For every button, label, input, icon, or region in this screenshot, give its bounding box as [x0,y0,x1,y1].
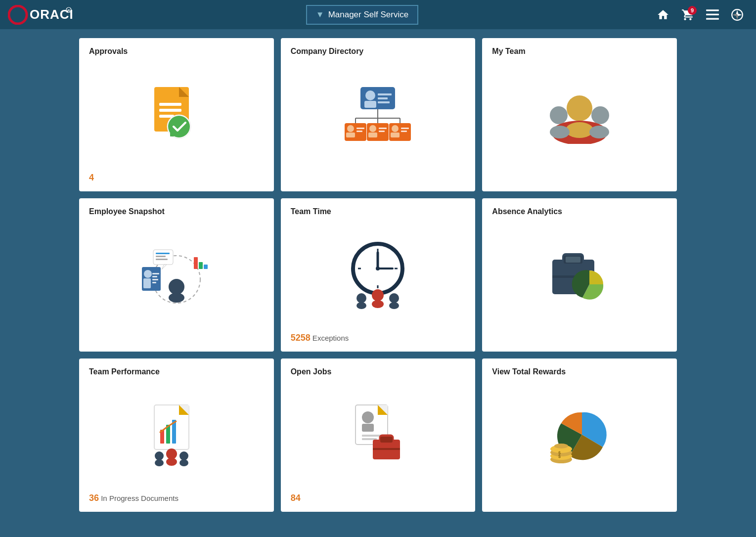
svg-point-101 [155,459,164,466]
tile-absence-analytics-title: Absence Analytics [492,207,667,216]
tile-approvals-footer: 4 [89,173,264,183]
svg-text:ORACLE: ORACLE [30,7,72,22]
svg-marker-72 [162,265,167,269]
svg-rect-26 [378,101,390,103]
svg-rect-37 [367,123,389,141]
tile-employee-snapshot-footer [89,333,264,344]
svg-rect-6 [706,18,719,19]
cart-button[interactable]: 9 [677,4,699,26]
svg-rect-19 [170,133,174,136]
svg-rect-35 [356,128,364,129]
svg-rect-42 [389,123,411,141]
nav-dropdown[interactable]: ▼ Manager Self Service [306,5,418,25]
cart-badge: 9 [688,6,697,15]
tile-absence-analytics[interactable]: Absence Analytics [482,198,677,352]
tiles-grid: Approvals 4 [0,31,756,519]
tile-company-directory-footer [291,173,466,183]
svg-rect-63 [152,279,158,280]
tile-employee-snapshot-title: Employee Snapshot [89,207,264,216]
svg-rect-44 [391,133,400,137]
svg-point-100 [155,451,164,460]
svg-rect-23 [364,101,376,108]
svg-rect-24 [378,93,392,95]
tile-open-jobs-title: Open Jobs [291,367,466,376]
svg-point-33 [347,125,354,132]
tile-team-performance[interactable]: Team Performance [79,358,274,512]
svg-rect-69 [156,253,170,254]
svg-point-59 [144,270,152,278]
svg-rect-71 [156,259,168,260]
svg-rect-20 [175,133,179,136]
header: ORACLE R ▼ Manager Self Service 9 [0,0,756,29]
tile-view-total-rewards-footer [492,493,667,504]
svg-point-102 [166,448,177,459]
svg-point-104 [179,451,188,460]
tile-approvals[interactable]: Approvals 4 [79,38,274,191]
tile-open-jobs[interactable]: Open Jobs 84 [281,358,476,512]
svg-rect-32 [345,123,366,141]
tile-team-performance-title: Team Performance [89,367,264,376]
tile-employee-snapshot[interactable]: Employee Snapshot [79,198,274,352]
svg-rect-39 [368,133,377,137]
tile-view-total-rewards-title: View Total Rewards [492,367,667,376]
svg-rect-116 [373,448,400,450]
svg-point-82 [356,293,366,303]
view-total-rewards-icon: $ $ [492,380,667,489]
svg-rect-25 [378,97,388,99]
svg-rect-61 [152,273,159,274]
tile-my-team[interactable]: My Team [482,38,677,191]
tile-open-jobs-footer: 84 [291,493,466,504]
absence-analytics-icon [492,220,667,329]
tile-company-directory[interactable]: Company Directory [281,38,476,191]
svg-rect-34 [346,133,355,137]
team-performance-icon [89,380,264,489]
svg-rect-92 [566,257,580,263]
tile-my-team-footer [492,173,667,183]
employee-snapshot-icon [89,220,264,329]
tile-approvals-title: Approvals [89,47,264,56]
svg-point-0 [9,6,27,24]
svg-rect-15 [159,109,181,112]
svg-point-54 [589,126,609,138]
svg-point-53 [550,126,570,138]
menu-button[interactable] [702,4,723,26]
svg-rect-115 [380,437,393,443]
header-icons: 9 [652,4,748,26]
svg-rect-64 [152,282,156,283]
home-button[interactable] [652,4,674,26]
tile-absence-analytics-footer [492,333,667,344]
compass-button[interactable] [726,4,748,26]
approvals-icon [89,60,264,169]
tile-view-total-rewards[interactable]: View Total Rewards $ $ [482,358,677,512]
svg-point-109 [362,411,374,423]
svg-rect-36 [356,131,362,132]
nav-arrow: ▼ [316,10,324,20]
tile-team-time-footer: 5258 Exceptions [291,333,466,344]
svg-point-43 [392,125,399,132]
svg-rect-70 [156,256,166,257]
svg-point-83 [356,302,366,309]
svg-rect-40 [379,128,387,129]
tile-my-team-title: My Team [492,47,667,56]
tile-team-time-title: Team Time [291,207,466,216]
tile-team-time[interactable]: Team Time [281,198,476,352]
svg-point-48 [567,95,592,121]
nav-label: Manager Self Service [328,10,409,20]
svg-rect-60 [143,278,151,288]
tile-team-performance-footer: 36 In Progress Documents [89,493,264,504]
svg-rect-41 [379,131,385,132]
svg-rect-4 [706,9,719,11]
svg-point-56 [169,293,184,303]
svg-text:R: R [68,9,71,12]
svg-point-121 [554,444,568,448]
svg-rect-46 [401,131,407,132]
svg-text:$: $ [558,450,561,455]
svg-rect-66 [199,262,203,269]
svg-point-52 [566,122,593,138]
svg-rect-62 [152,276,157,277]
svg-rect-67 [204,265,208,269]
open-jobs-icon [291,380,466,489]
tile-company-directory-title: Company Directory [291,47,466,56]
svg-rect-45 [401,128,409,129]
svg-point-103 [166,458,177,466]
